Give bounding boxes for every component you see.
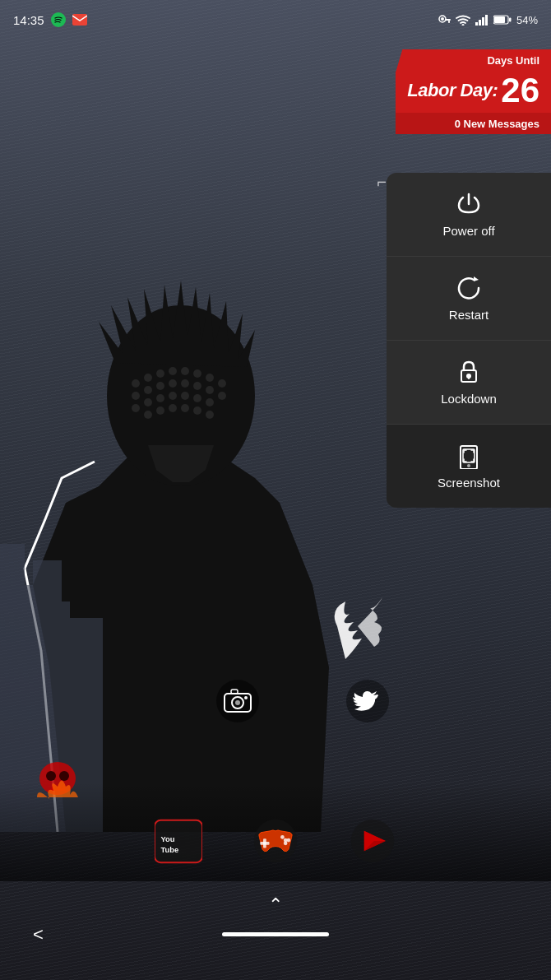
restart-button[interactable]: Restart [387, 257, 551, 341]
svg-rect-48 [485, 15, 488, 26]
svg-point-11 [169, 379, 177, 388]
gamepad-app-icon[interactable] [252, 817, 299, 865]
svg-point-27 [181, 404, 189, 412]
svg-rect-50 [494, 16, 505, 23]
widget-labor-day-row: Labor Day: 26 [396, 72, 551, 113]
camera-icon-svg [216, 680, 259, 722]
power-off-button[interactable]: Power off [387, 173, 551, 257]
youtube-icon-svg: You Tube [155, 819, 202, 864]
svg-point-17 [144, 398, 152, 406]
playstore-app-icon[interactable] [349, 817, 396, 865]
svg-rect-47 [482, 17, 484, 26]
svg-point-61 [235, 700, 240, 705]
widget-messages-row: 0 New Messages [396, 113, 551, 134]
power-off-icon [456, 191, 482, 217]
status-left: 14:35 [13, 12, 87, 27]
svg-point-73 [284, 841, 288, 845]
home-pill[interactable] [222, 932, 329, 936]
skull-decoration [25, 750, 90, 815]
battery-percent: 54% [516, 14, 538, 26]
navigation-bar: ⌃ < [0, 881, 551, 980]
vpn-icon [438, 13, 451, 26]
back-button[interactable]: < [33, 924, 44, 945]
svg-point-1 [132, 379, 140, 388]
svg-rect-70 [260, 841, 269, 844]
svg-point-13 [193, 382, 201, 390]
svg-point-6 [193, 369, 201, 378]
character-silhouette [0, 256, 378, 832]
lockdown-icon [456, 359, 482, 385]
lockdown-button[interactable]: Lockdown [387, 341, 551, 425]
svg-point-72 [280, 835, 285, 839]
svg-rect-56 [463, 449, 475, 462]
svg-rect-54 [468, 376, 470, 379]
battery-icon [493, 15, 512, 25]
camera-app-icon[interactable] [214, 677, 262, 725]
gmail-icon [72, 14, 87, 26]
svg-rect-45 [475, 22, 478, 26]
svg-point-3 [156, 369, 164, 378]
svg-point-26 [169, 404, 177, 412]
lockdown-label: Lockdown [441, 392, 497, 406]
svg-point-20 [181, 392, 189, 400]
status-right: 54% [438, 13, 538, 26]
svg-point-25 [156, 406, 164, 415]
status-bar: 14:35 [0, 0, 551, 39]
floating-app-icons [214, 677, 391, 725]
days-widget: Days Until Labor Day: 26 0 New Messages [396, 49, 551, 134]
svg-point-44 [461, 24, 464, 26]
event-label: Labor Day: [407, 80, 498, 101]
svg-point-37 [59, 771, 69, 781]
svg-point-63 [244, 696, 248, 699]
screenshot-icon [456, 443, 482, 469]
svg-point-10 [156, 382, 164, 390]
svg-point-19 [169, 392, 177, 400]
spotify-icon [51, 12, 66, 27]
svg-point-57 [467, 464, 470, 467]
bracket-decoration: ⌐ [377, 173, 387, 192]
messages-label: 0 New Messages [455, 118, 539, 130]
svg-point-18 [156, 394, 164, 402]
svg-point-8 [132, 392, 140, 400]
svg-point-12 [181, 379, 189, 388]
svg-point-21 [193, 394, 201, 402]
up-arrow-button[interactable]: ⌃ [268, 894, 283, 916]
svg-point-36 [46, 771, 56, 781]
svg-point-24 [144, 411, 152, 419]
svg-point-16 [132, 404, 140, 412]
svg-point-23 [218, 392, 226, 400]
svg-point-4 [169, 367, 177, 375]
wifi-icon [456, 14, 470, 26]
svg-rect-39 [72, 14, 87, 26]
svg-point-22 [206, 398, 214, 406]
playstore-icon-svg [349, 819, 396, 864]
svg-point-28 [193, 406, 201, 415]
youtube-app-icon[interactable]: You Tube [155, 817, 202, 865]
event-number: 26 [501, 73, 539, 108]
twitter-app-icon[interactable] [344, 677, 391, 725]
gamepad-icon-svg [252, 819, 299, 864]
days-until-label: Days Until [407, 54, 539, 67]
widget-days-until-row: Days Until [396, 49, 551, 72]
svg-point-74 [287, 838, 291, 842]
svg-text:You: You [160, 834, 174, 843]
svg-point-5 [181, 367, 189, 375]
signal-icon [475, 14, 488, 26]
time-display: 14:35 [13, 13, 44, 27]
svg-point-41 [441, 17, 444, 21]
twitter-icon-svg [346, 680, 389, 722]
svg-point-2 [144, 374, 152, 382]
svg-point-9 [144, 386, 152, 394]
wing-decoration [329, 593, 387, 659]
restart-label: Restart [449, 308, 488, 322]
svg-rect-51 [509, 18, 512, 22]
power-off-label: Power off [442, 224, 494, 238]
svg-point-29 [206, 411, 214, 419]
restart-icon [456, 275, 482, 301]
svg-rect-43 [448, 21, 450, 23]
svg-text:Tube: Tube [160, 846, 178, 854]
svg-point-7 [206, 374, 214, 382]
svg-point-15 [218, 379, 226, 388]
screenshot-button[interactable]: Screenshot [387, 425, 551, 508]
svg-rect-46 [479, 20, 481, 26]
